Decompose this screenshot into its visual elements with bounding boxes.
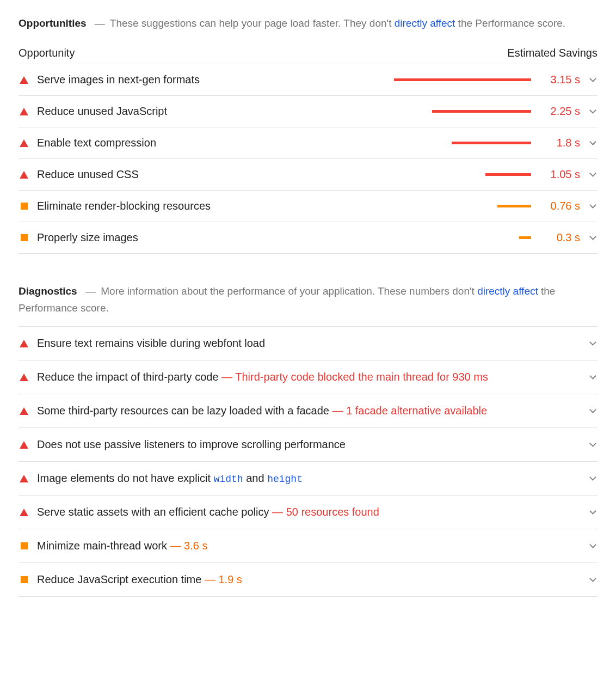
col-opportunity: Opportunity bbox=[19, 47, 75, 59]
opportunities-columns: Opportunity Estimated Savings bbox=[19, 41, 597, 64]
chevron-down-icon[interactable] bbox=[588, 205, 597, 207]
chevron-down-icon[interactable] bbox=[588, 142, 597, 144]
diagnostic-label: Image elements do not have explicit widt… bbox=[37, 470, 580, 486]
savings-bar bbox=[379, 205, 531, 207]
savings-bar bbox=[379, 142, 531, 144]
diagnostic-label: Ensure text remains visible during webfo… bbox=[37, 335, 580, 351]
diagnostic-detail: Third-party code blocked the main thread… bbox=[235, 371, 488, 383]
directly-affect-link[interactable]: directly affect bbox=[477, 285, 538, 297]
savings-value: 0.76 s bbox=[539, 200, 580, 212]
opportunity-row[interactable]: Serve images in next-gen formats3.15 s bbox=[19, 64, 597, 96]
opportunity-row[interactable]: Reduce unused JavaScript2.25 s bbox=[19, 96, 597, 127]
chevron-down-icon[interactable] bbox=[588, 342, 597, 345]
chevron-down-icon[interactable] bbox=[588, 236, 597, 239]
savings-bar bbox=[379, 110, 531, 113]
triangle-red-icon bbox=[19, 441, 29, 449]
diagnostic-label: Does not use passive listeners to improv… bbox=[37, 437, 580, 453]
opportunity-label: Reduce unused JavaScript bbox=[37, 103, 371, 119]
opportunity-row[interactable]: Reduce unused CSS1.05 s bbox=[19, 159, 597, 191]
savings-value: 0.3 s bbox=[539, 231, 580, 244]
triangle-red-icon bbox=[19, 475, 29, 482]
diagnostic-label: Reduce JavaScript execution time — 1.9 s bbox=[37, 572, 580, 588]
opportunities-desc-post: the Performance score. bbox=[455, 17, 565, 29]
diagnostic-label: Serve static assets with an efficient ca… bbox=[37, 504, 580, 520]
square-orange-icon bbox=[19, 542, 29, 549]
chevron-down-icon[interactable] bbox=[588, 110, 597, 113]
diagnostic-row[interactable]: Ensure text remains visible during webfo… bbox=[19, 327, 597, 360]
chevron-down-icon[interactable] bbox=[588, 173, 597, 176]
directly-affect-link[interactable]: directly affect bbox=[395, 17, 455, 29]
opportunity-label: Reduce unused CSS bbox=[37, 167, 371, 182]
diagnostic-row[interactable]: Does not use passive listeners to improv… bbox=[19, 428, 597, 462]
triangle-red-icon bbox=[19, 76, 29, 84]
savings-bar bbox=[379, 173, 531, 176]
triangle-red-icon bbox=[19, 171, 29, 179]
col-savings: Estimated Savings bbox=[507, 47, 597, 59]
dash-separator: — bbox=[95, 17, 105, 29]
diagnostic-label: Minimize main-thread work — 3.6 s bbox=[37, 538, 580, 554]
opportunity-label: Properly size images bbox=[37, 230, 371, 246]
savings-bar bbox=[379, 78, 531, 81]
triangle-red-icon bbox=[19, 340, 29, 347]
opportunity-row[interactable]: Properly size images0.3 s bbox=[19, 222, 597, 254]
diagnostics-title: Diagnostics bbox=[19, 285, 77, 297]
chevron-down-icon[interactable] bbox=[588, 376, 597, 378]
triangle-red-icon bbox=[19, 407, 29, 415]
diagnostic-detail: 1 facade alternative available bbox=[346, 405, 487, 417]
chevron-down-icon[interactable] bbox=[588, 578, 597, 581]
triangle-red-icon bbox=[19, 509, 29, 516]
opportunity-label: Enable text compression bbox=[37, 135, 371, 151]
opportunity-row[interactable]: Eliminate render-blocking resources0.76 … bbox=[19, 191, 597, 222]
diagnostics-list: Ensure text remains visible during webfo… bbox=[19, 327, 597, 597]
square-orange-icon bbox=[19, 234, 29, 241]
savings-value: 1.05 s bbox=[539, 168, 580, 181]
diagnostic-row[interactable]: Image elements do not have explicit widt… bbox=[19, 462, 597, 496]
diagnostic-label: Reduce the impact of third-party code — … bbox=[37, 369, 580, 385]
chevron-down-icon[interactable] bbox=[588, 409, 597, 412]
opportunity-row[interactable]: Enable text compression1.8 s bbox=[19, 127, 597, 159]
diagnostic-row[interactable]: Serve static assets with an efficient ca… bbox=[19, 496, 597, 529]
diagnostic-row[interactable]: Some third-party resources can be lazy l… bbox=[19, 394, 597, 428]
opportunities-desc-pre: These suggestions can help your page loa… bbox=[110, 17, 395, 29]
diagnostic-row[interactable]: Minimize main-thread work — 3.6 s bbox=[19, 529, 597, 563]
diagnostic-detail: 50 resources found bbox=[286, 506, 379, 518]
triangle-red-icon bbox=[19, 108, 29, 115]
chevron-down-icon[interactable] bbox=[588, 477, 597, 480]
diagnostics-desc-pre: More information about the performance o… bbox=[101, 285, 477, 297]
triangle-red-icon bbox=[19, 139, 29, 147]
diagnostics-header: Diagnostics — More information about the… bbox=[19, 283, 597, 316]
diagnostic-label: Some third-party resources can be lazy l… bbox=[37, 403, 580, 419]
diagnostic-row[interactable]: Reduce JavaScript execution time — 1.9 s bbox=[19, 563, 597, 597]
square-orange-icon bbox=[19, 203, 29, 210]
chevron-down-icon[interactable] bbox=[588, 511, 597, 513]
chevron-down-icon[interactable] bbox=[588, 78, 597, 81]
diagnostic-detail: 3.6 s bbox=[184, 540, 207, 552]
diagnostic-row[interactable]: Reduce the impact of third-party code — … bbox=[19, 360, 597, 394]
chevron-down-icon[interactable] bbox=[588, 545, 597, 547]
diagnostic-detail: 1.9 s bbox=[219, 573, 242, 585]
opportunities-list: Serve images in next-gen formats3.15 sRe… bbox=[19, 64, 597, 254]
opportunity-label: Serve images in next-gen formats bbox=[37, 72, 371, 88]
opportunities-header: Opportunities — These suggestions can he… bbox=[19, 15, 597, 32]
savings-value: 2.25 s bbox=[539, 105, 580, 118]
opportunities-title: Opportunities bbox=[19, 17, 87, 29]
dash-separator: — bbox=[85, 285, 96, 297]
triangle-red-icon bbox=[19, 374, 29, 381]
savings-value: 1.8 s bbox=[539, 137, 580, 149]
savings-bar bbox=[379, 236, 531, 239]
savings-value: 3.15 s bbox=[539, 74, 580, 86]
opportunity-label: Eliminate render-blocking resources bbox=[37, 198, 371, 214]
chevron-down-icon[interactable] bbox=[588, 443, 597, 446]
square-orange-icon bbox=[19, 576, 29, 583]
